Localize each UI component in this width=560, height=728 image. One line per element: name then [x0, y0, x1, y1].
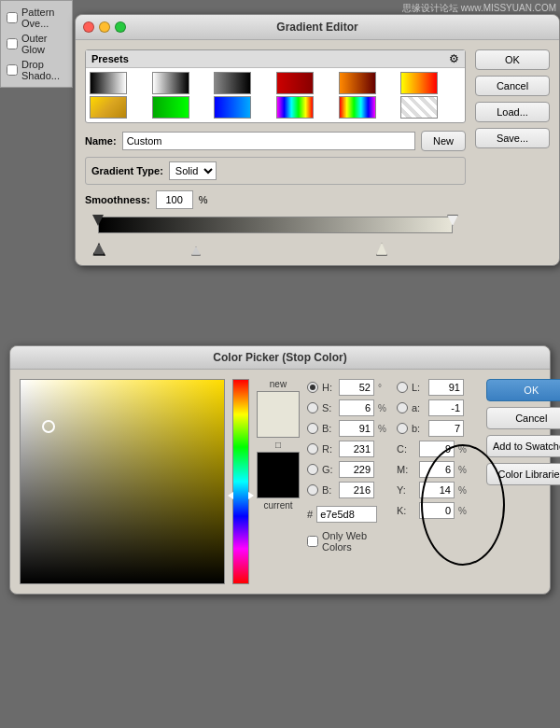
- input-K[interactable]: [419, 502, 455, 519]
- gradient-stop-bottom-center[interactable]: [191, 246, 201, 256]
- label-b: B:: [322, 423, 335, 434]
- color-field-background: [21, 380, 224, 583]
- preset-swatch-3[interactable]: [214, 72, 251, 94]
- preset-swatch-4[interactable]: [276, 72, 314, 94]
- preset-swatch-5[interactable]: [339, 72, 376, 94]
- only-web-checkbox[interactable]: [307, 536, 318, 547]
- preset-swatch-11[interactable]: [339, 96, 376, 119]
- color-row-L: L:: [397, 379, 479, 396]
- layer-label-shadow: Drop Shado...: [21, 59, 66, 81]
- color-values: H: ° S: % B: % R:: [307, 379, 389, 584]
- radio-s[interactable]: [307, 402, 318, 413]
- preset-swatch-9[interactable]: [214, 96, 251, 119]
- maximize-button[interactable]: [115, 21, 126, 33]
- radio-r[interactable]: [307, 443, 318, 455]
- gradient-type-label: Gradient Type:: [91, 165, 163, 176]
- presets-gear-icon[interactable]: ⚙: [449, 52, 459, 65]
- swatch-current: [257, 452, 300, 498]
- gradient-stop-bottom-right[interactable]: [376, 243, 387, 256]
- ge-load-button[interactable]: Load...: [475, 102, 550, 122]
- unit-K: %: [458, 506, 469, 516]
- ge-save-button[interactable]: Save...: [475, 128, 550, 148]
- color-row-h: H: °: [307, 379, 389, 396]
- smoothness-row: Smoothness: %: [85, 190, 466, 209]
- layer-checkbox-pattern[interactable]: [7, 12, 18, 23]
- input-blue[interactable]: [339, 482, 374, 498]
- hue-arrow-left: [248, 492, 254, 499]
- gradient-editor-title: Gradient Editor: [276, 21, 357, 34]
- label-Y: Y:: [397, 484, 415, 496]
- preset-swatch-12[interactable]: [400, 96, 438, 119]
- gradient-bar[interactable]: [98, 217, 453, 233]
- preset-swatch-6[interactable]: [400, 72, 438, 94]
- layer-item-pattern[interactable]: Pattern Ove...: [7, 5, 66, 31]
- hex-input[interactable]: [316, 506, 377, 523]
- ge-cancel-button[interactable]: Cancel: [475, 76, 550, 96]
- label-r: R:: [322, 443, 335, 455]
- radio-a[interactable]: [397, 402, 408, 413]
- gradient-editor-titlebar: Gradient Editor: [76, 15, 559, 40]
- radio-b[interactable]: [307, 423, 318, 434]
- input-g[interactable]: [339, 461, 374, 478]
- cp-cancel-button[interactable]: Cancel: [486, 407, 560, 429]
- color-row-blue: B:: [307, 482, 389, 498]
- hue-strip[interactable]: [232, 379, 249, 584]
- gradient-editor-window: Gradient Editor Presets ⚙: [75, 14, 560, 266]
- unit-C: %: [458, 444, 469, 455]
- input-b[interactable]: [339, 420, 374, 437]
- radio-blue[interactable]: [307, 484, 318, 496]
- cp-color-libraries-button[interactable]: Color Libraries: [486, 463, 560, 485]
- hex-row: #: [307, 506, 389, 523]
- ge-ok-button[interactable]: OK: [475, 49, 550, 70]
- input-Y[interactable]: [419, 482, 455, 498]
- gradient-stop-bottom-left[interactable]: [92, 243, 105, 256]
- preset-swatch-10[interactable]: [276, 96, 314, 119]
- cp-add-to-swatches-button[interactable]: Add to Swatches: [486, 435, 560, 457]
- radio-L[interactable]: [397, 382, 408, 393]
- layer-item-shadow[interactable]: Drop Shado...: [7, 57, 66, 83]
- minimize-button[interactable]: [99, 21, 110, 33]
- smoothness-input[interactable]: [156, 190, 193, 209]
- color-picker-body: new □ current H: ° S: %: [10, 370, 550, 594]
- new-button[interactable]: New: [421, 131, 466, 151]
- cp-ok-button[interactable]: OK: [486, 379, 560, 401]
- smoothness-unit: %: [199, 194, 208, 205]
- preset-swatch-7[interactable]: [90, 96, 127, 119]
- preset-swatch-2[interactable]: [152, 72, 189, 94]
- layer-checkbox-glow[interactable]: [7, 38, 18, 49]
- input-blab[interactable]: [428, 420, 464, 437]
- input-M[interactable]: [419, 461, 455, 478]
- presets-title: Presets: [91, 53, 129, 64]
- window-buttons: [83, 21, 126, 33]
- input-s[interactable]: [339, 399, 374, 416]
- color-row-g: G:: [307, 461, 389, 478]
- gradient-stops-row: [98, 233, 453, 256]
- label-a: a:: [412, 402, 425, 413]
- label-blue: B:: [322, 484, 335, 496]
- swatch-copy-icon[interactable]: □: [275, 440, 281, 450]
- name-input[interactable]: [122, 132, 415, 150]
- input-C[interactable]: [419, 441, 455, 457]
- color-row-C: C: %: [397, 441, 479, 457]
- preset-swatch-1[interactable]: [90, 72, 127, 94]
- right-values: L: a: b: C: %: [397, 379, 479, 584]
- color-field[interactable]: [20, 379, 225, 584]
- gradient-type-select[interactable]: Solid: [169, 161, 217, 180]
- layer-item-glow[interactable]: Outer Glow: [7, 31, 66, 57]
- input-L[interactable]: [428, 379, 464, 396]
- input-a[interactable]: [428, 399, 464, 416]
- color-row-s: S: %: [307, 399, 389, 416]
- preset-swatch-8[interactable]: [152, 96, 189, 119]
- presets-grid: [86, 68, 465, 122]
- radio-blab[interactable]: [397, 423, 408, 434]
- label-h: H:: [322, 382, 335, 393]
- label-C: C:: [397, 443, 415, 455]
- color-row-a: a:: [397, 399, 479, 416]
- radio-g[interactable]: [307, 464, 318, 475]
- input-r[interactable]: [339, 441, 374, 457]
- color-picker-window: Color Picker (Stop Color) new □ current …: [9, 345, 551, 595]
- input-h[interactable]: [339, 379, 374, 396]
- layer-checkbox-shadow[interactable]: [7, 64, 18, 76]
- close-button[interactable]: [83, 21, 94, 33]
- radio-h[interactable]: [307, 382, 318, 393]
